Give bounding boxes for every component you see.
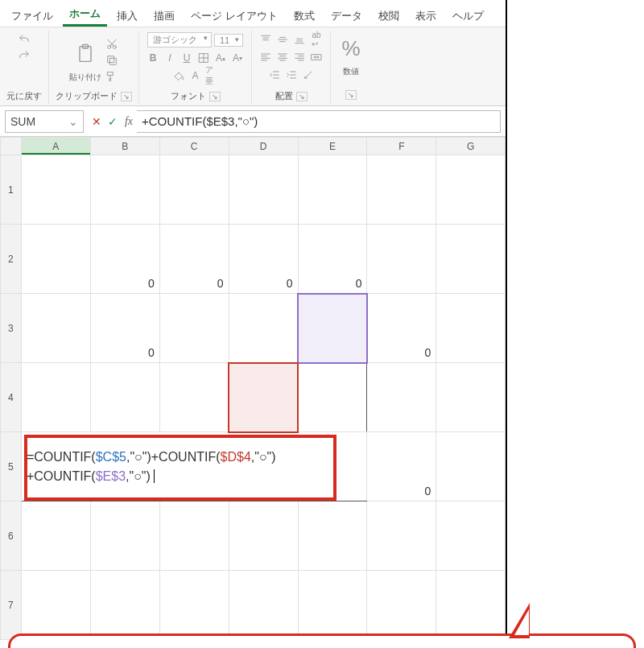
cell[interactable] (21, 363, 90, 432)
cell[interactable] (229, 571, 298, 640)
row-header[interactable]: 7 (1, 571, 22, 640)
cell[interactable]: 0 (298, 225, 367, 294)
cell[interactable]: 0 (229, 225, 298, 294)
cell[interactable] (298, 363, 367, 432)
col-header[interactable]: E (298, 138, 367, 155)
align-bottom-icon[interactable] (292, 32, 307, 47)
select-all-corner[interactable] (1, 138, 22, 155)
cell[interactable]: 0 (90, 225, 159, 294)
cell[interactable] (159, 571, 229, 640)
bold-icon[interactable]: B (146, 51, 160, 65)
font-size-select[interactable]: 11 (214, 34, 243, 47)
tab-draw[interactable]: 描画 (147, 6, 181, 27)
cell[interactable] (436, 225, 506, 294)
font-name-select[interactable]: 游ゴシック (147, 32, 212, 47)
increase-font-icon[interactable]: A▴ (213, 51, 228, 65)
tab-page-layout[interactable]: ページ レイアウト (184, 6, 284, 27)
cell[interactable] (229, 155, 298, 225)
cell[interactable] (436, 432, 506, 501)
row-header[interactable]: 6 (1, 501, 22, 571)
tab-review[interactable]: 校閲 (372, 6, 406, 27)
cell[interactable] (367, 571, 436, 640)
tab-formula[interactable]: 数式 (287, 6, 321, 27)
cell[interactable] (436, 155, 506, 225)
border-icon[interactable] (196, 51, 211, 65)
percent-icon[interactable]: % (337, 32, 365, 64)
ruby-icon[interactable]: ア亜 (205, 68, 220, 83)
cell[interactable] (21, 155, 90, 225)
align-top-icon[interactable] (258, 32, 273, 47)
cell[interactable]: 0 (159, 225, 229, 294)
orientation-icon[interactable] (301, 68, 316, 82)
cell[interactable]: 0 (367, 294, 436, 363)
cell[interactable] (90, 571, 159, 640)
formula-input[interactable]: +COUNTIF($E$3,"○") (137, 110, 501, 133)
row-header[interactable]: 4 (1, 363, 22, 432)
increase-indent-icon[interactable] (284, 68, 299, 82)
cell[interactable] (159, 363, 229, 432)
cell[interactable] (21, 501, 90, 571)
name-box[interactable]: SUM (5, 110, 84, 133)
dialog-launcher-icon[interactable]: ↘ (121, 92, 132, 101)
tab-insert[interactable]: 挿入 (110, 6, 144, 27)
decrease-font-icon[interactable]: A▾ (230, 51, 245, 65)
tab-home[interactable]: ホーム (63, 3, 107, 27)
cell-range-e3[interactable] (298, 294, 367, 363)
fx-icon[interactable]: fx (121, 115, 137, 128)
row-header[interactable]: 3 (1, 294, 22, 363)
redo-icon[interactable] (17, 48, 31, 63)
dialog-launcher-icon[interactable]: ↘ (296, 92, 308, 101)
cell[interactable]: 0 (367, 432, 436, 501)
cell-range-d4[interactable] (229, 363, 298, 432)
cell[interactable] (21, 225, 90, 294)
undo-icon[interactable] (17, 32, 31, 47)
align-left-icon[interactable] (258, 50, 273, 64)
cell[interactable] (367, 363, 436, 432)
col-header[interactable]: G (436, 138, 506, 155)
tab-file[interactable]: ファイル (5, 6, 60, 27)
cut-icon[interactable] (105, 37, 119, 52)
tab-data[interactable]: データ (324, 6, 369, 27)
dialog-launcher-icon[interactable]: ↘ (209, 92, 221, 101)
cell[interactable] (90, 155, 159, 225)
format-painter-icon[interactable] (105, 69, 119, 84)
font-color-icon[interactable]: A (188, 68, 203, 83)
row-header[interactable]: 2 (1, 225, 22, 294)
underline-icon[interactable]: U (180, 51, 194, 65)
cell[interactable] (367, 155, 436, 225)
col-header[interactable]: F (367, 138, 436, 155)
cancel-icon[interactable]: ✕ (89, 115, 105, 128)
cell[interactable] (436, 571, 506, 640)
col-header[interactable]: C (159, 138, 229, 155)
cell[interactable] (367, 501, 436, 571)
italic-icon[interactable]: I (163, 51, 177, 65)
cell[interactable] (229, 501, 298, 571)
tab-view[interactable]: 表示 (409, 6, 443, 27)
cell[interactable] (298, 155, 367, 225)
cell[interactable] (298, 501, 367, 571)
cell[interactable]: 0 (90, 294, 159, 363)
cell[interactable] (21, 571, 90, 640)
dialog-launcher-icon[interactable]: ↘ (345, 90, 357, 100)
row-header[interactable]: 5 (1, 432, 22, 501)
cell[interactable] (436, 363, 506, 432)
cell[interactable] (90, 501, 159, 571)
cell[interactable] (436, 501, 506, 571)
col-header[interactable]: A (21, 138, 90, 155)
cell[interactable] (159, 501, 229, 571)
cell[interactable] (298, 571, 367, 640)
row-header[interactable]: 1 (1, 155, 22, 225)
cell[interactable] (90, 363, 159, 432)
cell[interactable] (367, 225, 436, 294)
wrap-text-icon[interactable]: ab↩ (309, 32, 324, 47)
decrease-indent-icon[interactable] (267, 68, 282, 82)
cell[interactable] (21, 294, 90, 363)
align-right-icon[interactable] (292, 50, 307, 64)
cell[interactable] (436, 294, 506, 363)
enter-icon[interactable]: ✓ (105, 115, 121, 128)
cell[interactable] (229, 294, 298, 363)
paste-icon[interactable] (72, 38, 99, 70)
tab-help[interactable]: ヘルプ (446, 6, 490, 27)
merge-cells-icon[interactable] (309, 50, 324, 64)
col-header[interactable]: B (90, 138, 159, 155)
